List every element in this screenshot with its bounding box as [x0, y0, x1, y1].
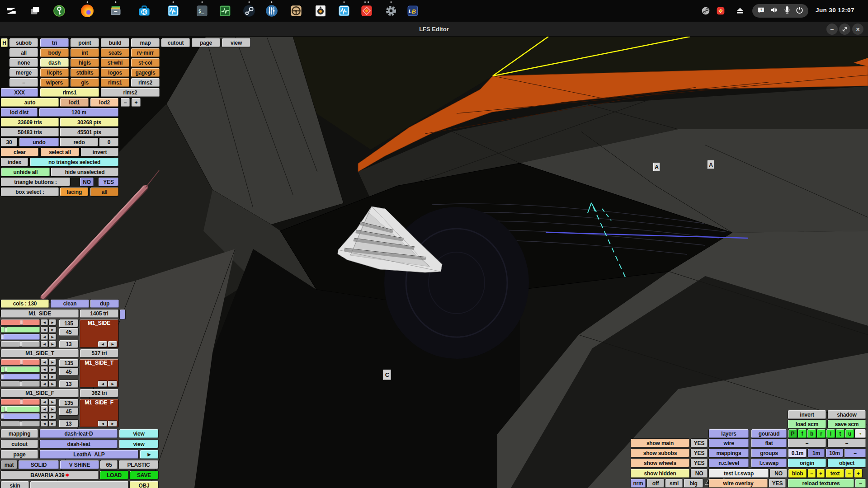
slider-dec[interactable]: ◀: [41, 413, 48, 419]
top_left-wipers[interactable]: wipers: [40, 78, 69, 87]
terminal-icon[interactable]: $_: [195, 4, 209, 18]
blob-plus[interactable]: +: [817, 469, 825, 478]
rims1-wide[interactable]: rims1: [40, 88, 99, 97]
eject-icon[interactable]: [735, 6, 745, 16]
box-select-all[interactable]: all: [90, 188, 118, 196]
volume-icon[interactable]: [770, 6, 778, 16]
layer-b[interactable]: b: [807, 429, 816, 438]
slider-inc[interactable]: ▶: [49, 366, 56, 372]
slider-inc[interactable]: ▶: [49, 399, 56, 405]
nrm-off[interactable]: off: [647, 479, 664, 488]
top_left-lod1[interactable]: lod1: [60, 98, 89, 107]
slider-dec[interactable]: ◀: [41, 381, 48, 387]
top_left-merge[interactable]: merge: [9, 68, 38, 77]
cols-count[interactable]: cols : 130: [1, 300, 49, 308]
top_left-rims2[interactable]: rims2: [131, 78, 160, 87]
color-value-2[interactable]: 45: [59, 408, 78, 415]
top_left-hide-unselected[interactable]: hide unselected: [51, 168, 118, 176]
slider-dec[interactable]: ◀: [41, 399, 48, 405]
material-load[interactable]: LOAD: [100, 471, 128, 479]
top_left-xxx[interactable]: XXX: [1, 88, 38, 97]
slider-thumb[interactable]: [1, 414, 4, 419]
top_left-redo[interactable]: redo: [60, 138, 98, 146]
cutout-label[interactable]: cutout: [1, 440, 38, 448]
invert-selection[interactable]: invert: [81, 148, 118, 156]
shine-value[interactable]: 65: [100, 460, 118, 469]
top_left-clear[interactable]: clear: [1, 148, 38, 156]
material-mat[interactable]: mat: [1, 460, 17, 469]
pts-count[interactable]: 30268 pts: [60, 118, 118, 127]
color-slider-1[interactable]: [1, 399, 40, 405]
top_left-stdbits[interactable]: stdbits: [71, 68, 99, 77]
software-store-icon[interactable]: [137, 4, 151, 18]
top_left-view[interactable]: view: [222, 38, 250, 47]
color-slider-3[interactable]: [1, 334, 40, 340]
layer-r[interactable]: r: [817, 429, 826, 438]
app-indicator-icon[interactable]: [716, 6, 726, 16]
swatch-next[interactable]: ▶: [108, 421, 117, 427]
view-reload-textures[interactable]: reload textures: [788, 479, 854, 488]
lod-dist-value[interactable]: 120 m: [39, 108, 118, 117]
top_left-licplts[interactable]: licplts: [40, 68, 69, 77]
slider-dec[interactable]: ◀: [41, 319, 48, 325]
slider-dec[interactable]: ◀: [41, 366, 48, 372]
view-nrm[interactable]: nrm: [631, 479, 646, 488]
cutout-name[interactable]: dash-leat: [40, 440, 118, 448]
redo-count[interactable]: 0: [99, 138, 118, 146]
view-save-scm[interactable]: save scm: [828, 420, 866, 428]
swatch-prev[interactable]: ◀: [98, 341, 107, 347]
model-name[interactable]: BAVARIA A39✱: [1, 471, 99, 479]
audio-effects-icon[interactable]: [265, 4, 278, 18]
slider-inc[interactable]: ▶: [49, 406, 56, 412]
top_left-facing[interactable]: facing: [60, 188, 88, 196]
top_left-lod-dist[interactable]: lod dist: [1, 108, 38, 117]
steam-icon[interactable]: [242, 4, 256, 18]
color-value-2[interactable]: 45: [59, 328, 78, 336]
grid-1m[interactable]: 1m: [808, 449, 825, 457]
minimize-button[interactable]: –: [826, 23, 838, 35]
test-lr-swap-toggle[interactable]: NO: [770, 469, 787, 478]
layer-p[interactable]: P: [788, 429, 797, 438]
top_left-h[interactable]: H: [1, 38, 8, 47]
layer-t[interactable]: t: [836, 429, 844, 438]
view-l-r-swap[interactable]: l.r.swap: [751, 459, 787, 467]
mapping-view[interactable]: view: [119, 429, 158, 438]
slider-dec[interactable]: ◀: [41, 406, 48, 412]
reload-textures-minus[interactable]: –: [855, 479, 866, 488]
swatch-next[interactable]: ▶: [108, 381, 117, 387]
page-label[interactable]: page: [1, 450, 38, 459]
view-show-main[interactable]: show main: [631, 439, 689, 447]
view-show-wheels[interactable]: show wheels: [631, 459, 689, 467]
page-next[interactable]: ▶: [140, 450, 158, 459]
window-list-icon[interactable]: [28, 4, 42, 18]
selection-status[interactable]: no triangles selected: [30, 158, 118, 166]
color-slider-2[interactable]: [1, 406, 40, 412]
tris-count[interactable]: 33609 tris: [1, 118, 59, 127]
top_left-all[interactable]: all: [9, 48, 38, 57]
top_left-cutout[interactable]: cutout: [161, 38, 190, 47]
view-origin[interactable]: origin: [788, 459, 826, 467]
show-subobs-toggle[interactable]: YES: [691, 449, 708, 457]
view-flat[interactable]: flat: [751, 439, 787, 447]
top_left-seats[interactable]: seats: [101, 48, 129, 57]
top_left-auto[interactable]: auto: [1, 98, 59, 107]
view-gouraud[interactable]: gouraud: [751, 429, 787, 438]
slider-inc[interactable]: ▶: [49, 374, 56, 380]
restore-button[interactable]: [839, 23, 850, 35]
top_left-gagegls[interactable]: gagegls: [131, 68, 160, 77]
slider-thumb[interactable]: [20, 360, 23, 365]
wire-extra-2[interactable]: –: [828, 439, 866, 447]
color-list-scrollbar[interactable]: [120, 310, 125, 319]
slider-thumb[interactable]: [20, 320, 23, 325]
top_left-undo[interactable]: undo: [19, 138, 59, 146]
view-load-scm[interactable]: load scm: [788, 420, 826, 428]
slider-thumb[interactable]: [19, 421, 22, 426]
view-n-c-level[interactable]: n.c.level: [709, 459, 749, 467]
view-object[interactable]: object: [828, 459, 866, 467]
blob-minus[interactable]: –: [808, 469, 816, 478]
material-name-m1-side-t[interactable]: M1_SIDE_T: [1, 349, 79, 357]
slider-thumb[interactable]: [4, 327, 7, 332]
slider-thumb[interactable]: [4, 407, 7, 412]
top_left-st-col[interactable]: st-col: [131, 58, 160, 67]
top_left-unhide-all[interactable]: unhide all: [1, 168, 50, 176]
